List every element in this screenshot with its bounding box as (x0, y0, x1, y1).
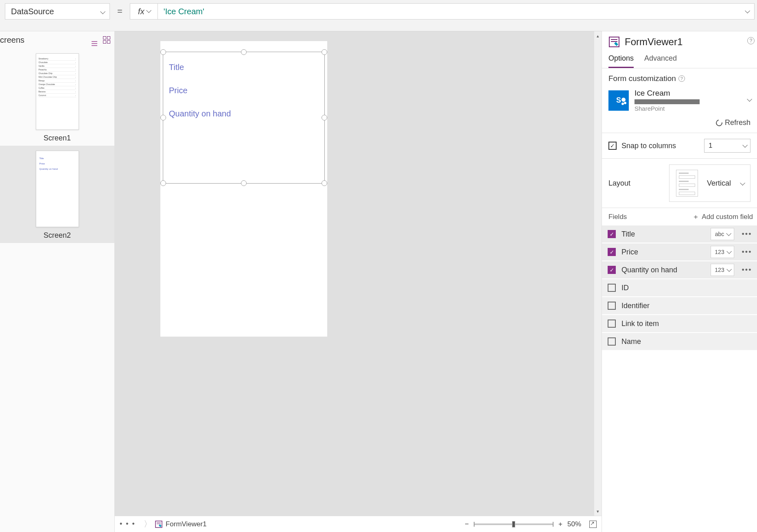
scroll-down-icon[interactable]: ▾ (594, 507, 602, 516)
screen-thumb-screen1[interactable]: Strawberry› Chocolate› Vanilla› Pistachi… (0, 48, 114, 146)
resize-handle[interactable] (322, 115, 327, 120)
chevron-down-icon (745, 8, 748, 15)
property-tabs: Options Advanced (602, 51, 757, 68)
chevron-down-icon (747, 96, 750, 103)
field-checkbox[interactable] (608, 320, 616, 328)
selected-control-title: FormViewer1 ? (602, 31, 757, 51)
layout-section: Layout Vertical (602, 159, 757, 208)
breadcrumb-selected[interactable]: FormViewer1 (166, 520, 207, 528)
snap-checkbox[interactable]: ✓ (608, 142, 617, 150)
field-checkbox[interactable]: ✓ (608, 230, 616, 238)
layout-picker[interactable]: Vertical (669, 164, 750, 202)
zoom-slider[interactable] (474, 523, 554, 525)
formula-input[interactable]: 'Ice Cream' (158, 3, 755, 20)
breadcrumb-sep: 〉 (144, 519, 152, 530)
chevron-down-icon (726, 231, 730, 237)
resize-handle[interactable] (241, 49, 247, 55)
field-type-select[interactable]: abc (711, 228, 734, 240)
zoom-controls: − + 50% (463, 520, 597, 528)
datasource-type: SharePoint (634, 105, 700, 112)
resize-handle[interactable] (160, 115, 166, 120)
form-icon (608, 36, 620, 48)
field-row-id[interactable]: ID (602, 279, 757, 297)
more-icon[interactable]: ••• (740, 230, 754, 239)
form-icon (155, 521, 162, 528)
field-row-name[interactable]: Name (602, 333, 757, 351)
app-canvas[interactable]: Title Price Quantity on hand (160, 41, 327, 337)
more-icon[interactable]: • • • (120, 520, 136, 528)
resize-handle[interactable] (160, 49, 166, 55)
canvas-field-title[interactable]: Title (163, 59, 324, 75)
fx-dropdown[interactable]: fx (130, 3, 158, 20)
snap-label: Snap to columns (621, 142, 676, 150)
zoom-in-button[interactable]: + (557, 520, 564, 528)
formula-text: 'Ice Cream' (164, 7, 204, 16)
properties-panel: FormViewer1 ? Options Advanced Form cust… (602, 31, 757, 532)
screen1-thumbnail: Strawberry› Chocolate› Vanilla› Pistachi… (36, 53, 79, 130)
canvas-area[interactable]: Title Price Quantity on hand ▴ ▾ (115, 31, 602, 516)
canvas-scrollbar[interactable]: ▴ ▾ (594, 31, 602, 516)
field-row-quantity[interactable]: ✓ Quantity on hand 123 ••• (602, 261, 757, 279)
datasource-info: Ice Cream SharePoint (634, 89, 700, 112)
zoom-out-button[interactable]: − (463, 520, 470, 528)
chevron-down-icon (726, 267, 730, 273)
property-select[interactable]: DataSource (5, 3, 110, 20)
help-icon[interactable]: ? (678, 75, 685, 82)
datasource-name: Ice Cream (634, 89, 700, 98)
chevron-down-icon (740, 179, 744, 188)
form-customization-title: Form customization ? (608, 74, 750, 83)
tree-view-icon[interactable] (92, 36, 99, 44)
field-checkbox[interactable] (608, 337, 616, 346)
resize-handle[interactable] (322, 49, 327, 55)
canvas-field-quantity[interactable]: Quantity on hand (163, 106, 324, 122)
add-custom-field-button[interactable]: ＋ Add custom field (692, 212, 753, 221)
refresh-icon (715, 118, 724, 127)
svg-rect-3 (155, 521, 162, 528)
resize-handle[interactable] (241, 180, 247, 186)
form-customization-section: Form customization ? S Ice Cream SharePo… (602, 68, 757, 133)
field-checkbox[interactable]: ✓ (608, 248, 616, 256)
field-row-identifier[interactable]: Identifier (602, 297, 757, 315)
field-checkbox[interactable]: ✓ (608, 266, 616, 274)
field-checkbox[interactable] (608, 284, 616, 292)
fields-title: Fields (608, 213, 627, 221)
expand-icon[interactable] (589, 521, 597, 528)
formviewer-selection[interactable]: Title Price Quantity on hand (163, 52, 325, 184)
field-row-price[interactable]: ✓ Price 123 ••• (602, 243, 757, 261)
scroll-up-icon[interactable]: ▴ (594, 31, 602, 40)
tab-advanced[interactable]: Advanced (644, 51, 677, 68)
more-icon[interactable]: ••• (740, 248, 754, 256)
datasource-picker[interactable]: S Ice Cream SharePoint (608, 89, 750, 112)
thumbnail-view-icon[interactable] (103, 36, 110, 44)
chevron-down-icon (742, 142, 746, 150)
formula-bar: DataSource = fx 'Ice Cream' (0, 0, 757, 23)
property-select-value: DataSource (11, 7, 54, 16)
refresh-button[interactable]: Refresh (608, 112, 750, 127)
datasource-account (634, 99, 700, 104)
screen1-label: Screen1 (0, 134, 114, 142)
screens-header: creens (0, 31, 114, 48)
screens-panel: creens Strawberry› Chocolate› Vanilla› P… (0, 31, 115, 532)
layout-label: Layout (608, 179, 630, 188)
field-row-link[interactable]: Link to item (602, 315, 757, 333)
control-name: FormViewer1 (625, 36, 683, 48)
equals-label: = (117, 3, 123, 20)
field-row-title[interactable]: ✓ Title abc ••• (602, 225, 757, 243)
screen-thumb-screen2[interactable]: Title Price Quantity on hand Screen2 (0, 146, 114, 243)
canvas-field-price[interactable]: Price (163, 83, 324, 99)
sharepoint-icon: S (608, 90, 629, 111)
field-type-select[interactable]: 123 (711, 246, 734, 258)
snap-section: ✓ Snap to columns 1 (602, 133, 757, 159)
screens-header-label: creens (0, 35, 24, 45)
plus-icon: ＋ (692, 212, 699, 221)
field-type-select[interactable]: 123 (711, 264, 734, 276)
help-icon[interactable]: ? (747, 37, 755, 44)
resize-handle[interactable] (160, 180, 166, 186)
field-checkbox[interactable] (608, 302, 616, 310)
fields-header: Fields ＋ Add custom field (602, 208, 757, 225)
resize-handle[interactable] (322, 180, 327, 186)
chevron-down-icon (100, 7, 104, 16)
tab-options[interactable]: Options (608, 51, 634, 68)
more-icon[interactable]: ••• (740, 266, 754, 274)
columns-select[interactable]: 1 (704, 139, 750, 153)
